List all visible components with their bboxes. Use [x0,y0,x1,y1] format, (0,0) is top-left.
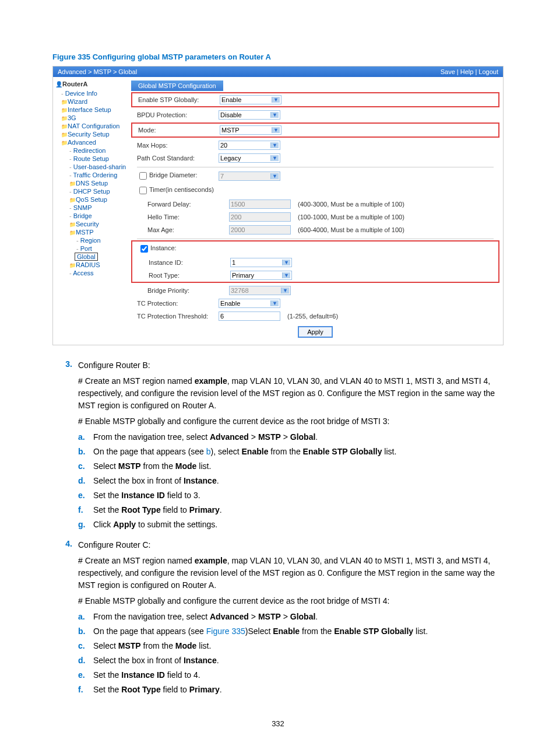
instance-id-select[interactable]: 1▼ [230,258,292,267]
bridge-diameter-select: 7▼ [219,172,280,181]
step-4d: d. Select the box in front of Instance. [78,654,504,667]
link-b[interactable]: b [206,447,211,456]
root-type-select[interactable]: Primary▼ [230,271,292,280]
nav-qos-setup[interactable]: QoS Setup [55,195,125,204]
form-area: Global MSTP Configuration Enable STP Glo… [128,77,503,345]
mode-select[interactable]: MSTP▼ [220,125,281,135]
forward-delay-hint: (400-3000, Must be a multiple of 100) [298,201,404,208]
max-hops-label: Max Hops: [131,142,219,149]
apply-button[interactable]: Apply [298,326,333,338]
step-4-num: 4. [52,539,78,548]
chevron-down-icon: ▼ [270,300,279,306]
bridge-priority-label: Bridge Priority: [131,287,229,294]
step-3-title: Configure Router B: [78,359,150,372]
figure-caption: Figure 335 Configuring global MSTP param… [52,52,504,61]
nav-security-setup[interactable]: Security Setup [55,130,125,138]
nav-interface-setup[interactable]: Interface Setup [55,106,125,114]
step-3b: b. On the page that appears (see b), sel… [78,446,504,458]
step-4-title: Configure Router C: [78,539,151,551]
step-3f: f. Set the Root Type field to Primary. [78,504,504,516]
hello-time-input [229,212,291,222]
device-name: RouterA [55,80,125,88]
topbar-links[interactable]: Save | Help | Logout [441,68,498,75]
instance-label: Instance: [132,243,220,254]
chevron-down-icon: ▼ [272,97,280,103]
link-figure-335[interactable]: Figure 335 [206,626,245,636]
chevron-down-icon: ▼ [270,173,279,179]
nav-user-based[interactable]: User-based-sharin [55,163,125,171]
root-type-label: Root Type: [132,272,230,279]
chevron-down-icon: ▼ [272,127,280,133]
nav-access[interactable]: Access [55,269,125,277]
tc-threshold-hint: (1-255, default=6) [287,313,338,320]
screenshot-panel: Advanced > MSTP > Global Save | Help | L… [52,66,504,345]
nav-device-info[interactable]: Device Info [55,89,125,97]
forward-delay-label: Forward Delay: [131,201,229,208]
nav-mstp[interactable]: MSTP [55,228,125,236]
nav-traffic-ordering[interactable]: Traffic Ordering [55,171,125,179]
step-4a: a. From the navigation tree, select Adva… [78,611,504,623]
nav-3g[interactable]: 3G [55,114,125,122]
tc-protection-select[interactable]: Enable▼ [219,299,280,308]
nav-dhcp-setup[interactable]: DHCP Setup [55,187,125,195]
chevron-down-icon: ▼ [270,142,279,148]
nav-region[interactable]: Region [55,236,125,244]
page-number: 332 [52,719,504,728]
nav-route-setup[interactable]: Route Setup [55,155,125,163]
nav-bridge[interactable]: Bridge [55,212,125,220]
tab-global-mstp[interactable]: Global MSTP Configuration [131,80,223,91]
step-4f: f. Set the Root Type field to Primary. [78,684,504,696]
tc-threshold-input[interactable] [219,312,280,321]
breadcrumb-bar: Advanced > MSTP > Global Save | Help | L… [53,66,503,77]
nav-advanced[interactable]: Advanced [55,138,125,146]
timer-label: Timer(in centiseconds) [131,185,219,196]
bridge-diameter-label: Bridge Diameter: [131,170,219,181]
breadcrumb: Advanced > MSTP > Global [58,68,137,75]
enable-stp-label: Enable STP Globally: [132,96,220,103]
bridge-priority-select: 32768▼ [229,286,291,295]
max-age-label: Max Age: [131,226,229,233]
max-age-hint: (600-4000, Must be a multiple of 100) [298,226,404,233]
timer-check[interactable] [139,187,147,194]
enable-stp-select[interactable]: Enable▼ [220,95,281,104]
nav-port[interactable]: Port [55,244,125,253]
bpdu-select[interactable]: Disable▼ [219,110,280,120]
nav-nat[interactable]: NAT Configuration [55,122,125,130]
step-3-p2: # Enable MSTP globally and configure the… [78,415,504,428]
instance-check[interactable] [140,245,148,253]
step-4c: c. Select MSTP from the Mode list. [78,640,504,652]
max-hops-select[interactable]: 20▼ [219,141,280,150]
forward-delay-input [229,200,291,209]
tc-protection-label: TC Protection: [131,300,219,307]
step-3d: d. Select the box in front of Instance. [78,475,504,487]
step-3c: c. Select MSTP from the Mode list. [78,460,504,473]
step-4e: e. Set the Instance ID field to 4. [78,669,504,681]
chevron-down-icon: ▼ [270,155,279,161]
path-cost-label: Path Cost Standard: [131,155,219,162]
max-age-input [229,225,291,235]
nav-security[interactable]: Security [55,220,125,228]
tc-threshold-label: TC Protection Threshold: [131,313,219,320]
step-3-p1: # Create an MST region named example, ma… [78,375,504,412]
bridge-diameter-check[interactable] [139,172,147,180]
chevron-down-icon: ▼ [282,272,290,278]
step-4b: b. On the page that appears (see Figure … [78,625,504,638]
step-3-num: 3. [52,359,78,369]
nav-redirection[interactable]: Redirection [55,146,125,155]
step-3g: g. Click Apply to submit the settings. [78,519,504,531]
hello-time-label: Hello Time: [131,214,229,220]
mode-label: Mode: [132,127,220,134]
nav-radius[interactable]: RADIUS [55,261,125,269]
nav-wizard[interactable]: Wizard [55,97,125,106]
nav-global[interactable]: Global [75,253,98,261]
chevron-down-icon: ▼ [282,260,290,265]
path-cost-select[interactable]: Legacy▼ [219,153,280,163]
step-3a: a. From the navigation tree, select Adva… [78,431,504,443]
instance-id-label: Instance ID: [132,259,230,266]
hello-time-hint: (100-1000, Must be a multiple of 100) [298,214,404,220]
nav-dns-setup[interactable]: DNS Setup [55,179,125,187]
step-4-p1: # Create an MST region named example, ma… [78,555,504,592]
nav-snmp[interactable]: SNMP [55,204,125,212]
nav-tree: RouterA Device Info Wizard Interface Set… [53,77,128,345]
chevron-down-icon: ▼ [270,112,279,118]
